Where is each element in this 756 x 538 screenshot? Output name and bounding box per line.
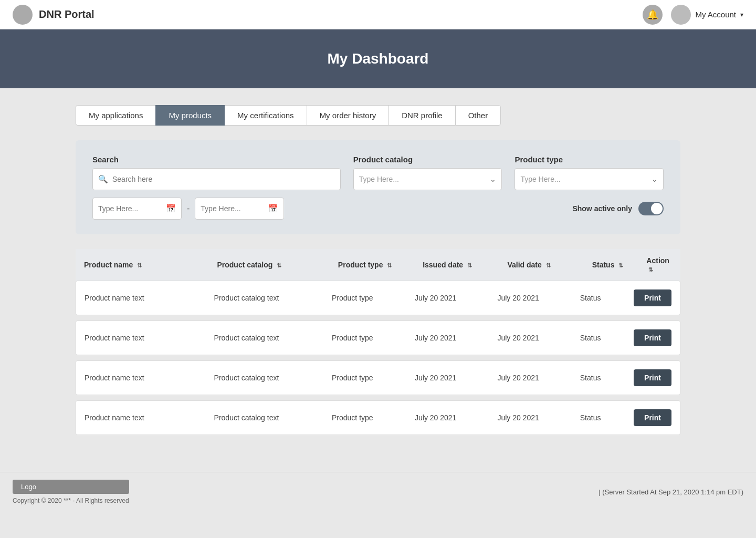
cell-product-type-2: Product type xyxy=(323,361,406,395)
print-button-2[interactable]: Print xyxy=(634,369,671,386)
catalog-chevron-icon: ⌄ xyxy=(490,175,496,183)
cell-product-name-3: Product name text xyxy=(76,401,206,434)
col-header-issued-date[interactable]: Issued date ⇅ xyxy=(414,249,499,281)
bell-icon: 🔔 xyxy=(647,9,658,20)
search-input[interactable] xyxy=(112,175,335,183)
type-field-wrapper: Product type Type Here... ⌄ xyxy=(514,155,664,190)
cell-product-catalog-3: Product catalog text xyxy=(206,401,323,434)
show-active-label: Show active only xyxy=(572,204,632,213)
server-info: | (Server Started At Sep 21, 2020 1:14 p… xyxy=(598,488,743,496)
cell-valid-date-2: July 20 2021 xyxy=(489,361,571,395)
cell-issued-date-2: July 20 2021 xyxy=(406,361,489,395)
tab-my-certifications[interactable]: My certifications xyxy=(224,105,307,126)
cell-product-type-0: Product type xyxy=(323,281,406,315)
print-button-1[interactable]: Print xyxy=(634,329,671,346)
sort-icon-valid-date: ⇅ xyxy=(546,262,551,268)
tab-dnr-profile[interactable]: DNR profile xyxy=(388,105,456,126)
footer-left: Logo Copyright © 2020 *** - All Rights r… xyxy=(13,480,129,504)
chevron-down-icon: ▾ xyxy=(740,11,743,18)
sort-icon-status: ⇅ xyxy=(618,262,623,268)
cell-issued-date-3: July 20 2021 xyxy=(406,401,489,434)
cell-issued-date-0: July 20 2021 xyxy=(406,281,489,315)
date-separator: - xyxy=(182,204,195,213)
type-select[interactable]: Type Here... ⌄ xyxy=(514,168,664,190)
table-header-row: Product name ⇅ Product catalog ⇅ Product… xyxy=(76,249,680,281)
date-inputs: 📅 - 📅 xyxy=(92,198,442,220)
cell-valid-date-1: July 20 2021 xyxy=(489,321,571,355)
header-left: DNR Portal xyxy=(13,5,94,25)
print-button-0[interactable]: Print xyxy=(634,289,671,306)
footer-logo[interactable]: Logo xyxy=(13,480,129,494)
hero-banner: My Dashboard xyxy=(0,29,756,88)
tab-my-products[interactable]: My products xyxy=(155,105,225,126)
catalog-select[interactable]: Type Here... ⌄ xyxy=(353,168,502,190)
table-row: Product name text Product catalog text P… xyxy=(76,281,680,315)
tab-my-order-history[interactable]: My order history xyxy=(307,105,390,126)
sort-icon-product-catalog: ⇅ xyxy=(277,262,281,268)
print-button-3[interactable]: Print xyxy=(634,409,671,426)
col-header-status[interactable]: Status ⇅ xyxy=(584,249,638,281)
sort-icon-product-name: ⇅ xyxy=(137,262,142,268)
cell-status-1: Status xyxy=(572,321,625,355)
catalog-field-wrapper: Product catalog Type Here... ⌄ xyxy=(353,155,502,190)
cell-product-catalog-2: Product catalog text xyxy=(206,361,323,395)
dashboard-title: My Dashboard xyxy=(0,50,756,67)
sort-icon-issued-date: ⇅ xyxy=(467,262,472,268)
search-field-wrapper: Search 🔍 xyxy=(92,155,341,190)
account-menu[interactable]: My Account ▾ xyxy=(671,5,743,25)
sort-icon-action: ⇅ xyxy=(648,266,653,273)
products-table: Product name ⇅ Product catalog ⇅ Product… xyxy=(76,249,680,281)
search-row: Search 🔍 Product catalog Type Here... ⌄ … xyxy=(92,155,664,190)
account-label: My Account xyxy=(695,10,736,19)
cell-product-type-3: Product type xyxy=(323,401,406,434)
account-avatar xyxy=(671,5,691,25)
cell-product-type-1: Product type xyxy=(323,321,406,355)
calendar-start-icon: 📅 xyxy=(166,204,176,213)
cell-action-3: Print xyxy=(625,401,680,434)
catalog-placeholder: Type Here... xyxy=(359,175,399,183)
cell-action-0: Print xyxy=(625,281,680,315)
cell-product-catalog-0: Product catalog text xyxy=(206,281,323,315)
header-right: 🔔 My Account ▾ xyxy=(643,5,743,25)
col-header-action[interactable]: Action ⇅ xyxy=(638,249,680,281)
cell-valid-date-3: July 20 2021 xyxy=(489,401,571,434)
date-start-wrapper: 📅 xyxy=(92,198,182,220)
cell-valid-date-0: July 20 2021 xyxy=(489,281,571,315)
tab-my-applications[interactable]: My applications xyxy=(76,105,156,126)
type-label: Product type xyxy=(514,155,664,164)
date-start-input[interactable] xyxy=(98,204,156,213)
col-header-product-catalog[interactable]: Product catalog ⇅ xyxy=(208,249,329,281)
table-row: Product name text Product catalog text P… xyxy=(76,360,680,395)
tab-other[interactable]: Other xyxy=(455,105,501,126)
col-header-product-name[interactable]: Product name ⇅ xyxy=(76,249,208,281)
table-rows: Product name text Product catalog text P… xyxy=(76,281,680,435)
header: DNR Portal 🔔 My Account ▾ xyxy=(0,0,756,29)
footer-copyright: Copyright © 2020 *** - All Rights reserv… xyxy=(13,497,129,504)
active-toggle-area: Show active only xyxy=(454,202,664,215)
catalog-label: Product catalog xyxy=(353,155,502,164)
cell-status-0: Status xyxy=(572,281,625,315)
date-active-row: 📅 - 📅 Show active only xyxy=(92,198,664,220)
cell-product-name-0: Product name text xyxy=(76,281,206,315)
cell-action-2: Print xyxy=(625,361,680,395)
footer: Logo Copyright © 2020 *** - All Rights r… xyxy=(0,472,756,512)
search-input-wrapper: 🔍 xyxy=(92,168,341,190)
cell-status-2: Status xyxy=(572,361,625,395)
show-active-toggle[interactable] xyxy=(638,202,664,215)
main-content: My applications My products My certifica… xyxy=(63,88,693,472)
sort-icon-product-type: ⇅ xyxy=(387,262,392,268)
footer-right: | (Server Started At Sep 21, 2020 1:14 p… xyxy=(598,488,743,496)
search-label: Search xyxy=(92,155,341,164)
col-header-valid-date[interactable]: Valid date ⇅ xyxy=(499,249,583,281)
cell-product-name-1: Product name text xyxy=(76,321,206,355)
notification-bell[interactable]: 🔔 xyxy=(643,5,663,25)
tab-bar: My applications My products My certifica… xyxy=(76,105,680,126)
search-panel: Search 🔍 Product catalog Type Here... ⌄ … xyxy=(76,140,680,234)
avatar xyxy=(13,5,33,25)
cell-status-3: Status xyxy=(572,401,625,434)
calendar-end-icon: 📅 xyxy=(268,204,278,213)
search-icon: 🔍 xyxy=(98,174,108,184)
type-chevron-icon: ⌄ xyxy=(652,175,658,183)
date-end-input[interactable] xyxy=(201,204,258,213)
col-header-product-type[interactable]: Product type ⇅ xyxy=(330,249,414,281)
